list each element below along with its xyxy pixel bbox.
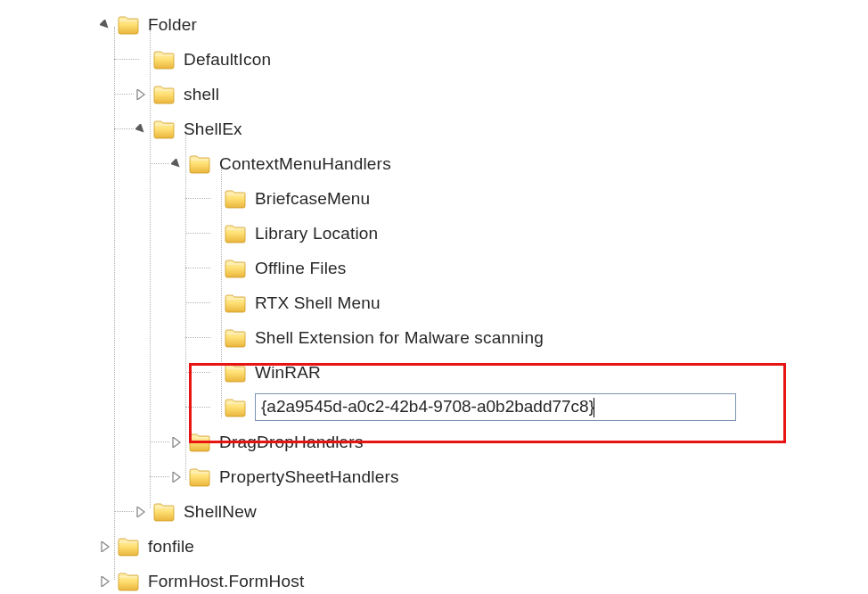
tree-item-contextmenuhandlers[interactable]: ContextMenuHandlers [0,146,868,181]
expand-toggle-icon[interactable] [134,87,148,102]
tree-item-folder[interactable]: Folder [0,7,868,42]
tree-label: Shell Extension for Malware scanning [255,328,544,348]
folder-icon [189,467,210,487]
tree-item[interactable]: WinRAR [0,355,868,390]
tree-item-formhost[interactable]: FormHost.FormHost [0,564,868,594]
tree-item-shell[interactable]: shell [0,77,868,111]
folder-icon [189,433,210,452]
tree-label: Folder [148,15,197,35]
tree-label: fonfile [148,537,194,557]
tree-label: shell [184,85,219,104]
tree-label: ShellEx [184,120,242,139]
expand-toggle-icon[interactable] [98,574,112,589]
tree-item-defaulticon[interactable]: DefaultIcon [0,42,868,77]
expand-toggle-icon[interactable] [169,435,184,450]
folder-icon [153,50,175,70]
tree-item[interactable]: RTX Shell Menu [0,285,868,320]
folder-icon [225,398,246,417]
tree-label: BriefcaseMenu [255,189,370,209]
rename-input[interactable]: {a2a9545d-a0c2-42b4-9708-a0b2badd77c8} [255,393,736,421]
expand-toggle-icon[interactable] [134,122,148,136]
tree-item[interactable]: BriefcaseMenu [0,181,868,216]
tree-label: RTX Shell Menu [255,293,381,313]
folder-icon [225,363,246,383]
expand-toggle-icon[interactable] [98,18,112,32]
registry-tree: Folder DefaultIcon shell ShellEx Context… [0,0,868,594]
tree-item-new-key[interactable]: {a2a9545d-a0c2-42b4-9708-a0b2badd77c8} [0,390,868,425]
tree-label: FormHost.FormHost [148,572,304,591]
folder-icon [153,502,175,522]
tree-label: WinRAR [255,363,321,383]
folder-icon [153,85,175,104]
folder-icon [153,120,175,139]
expand-toggle-icon[interactable] [169,157,184,171]
expand-toggle-icon[interactable] [134,505,148,519]
tree-label: Offline Files [255,259,347,278]
expand-toggle-icon[interactable] [169,470,184,484]
tree-label: Library Location [255,224,378,243]
tree-label: DragDropHandlers [219,433,364,452]
tree-item-shellnew[interactable]: ShellNew [0,494,868,529]
folder-icon [189,154,210,174]
tree-label: ContextMenuHandlers [219,154,391,174]
tree-label: DefaultIcon [184,50,271,70]
tree-label: ShellNew [184,502,257,522]
folder-icon [118,572,139,591]
folder-icon [225,259,246,278]
tree-item-fonfile[interactable]: fonfile [0,529,868,564]
tree-item-propertysheethandlers[interactable]: PropertySheetHandlers [0,459,868,494]
tree-item[interactable]: Offline Files [0,251,868,285]
tree-item-shellex[interactable]: ShellEx [0,111,868,146]
expand-toggle-icon[interactable] [98,540,112,554]
folder-icon [225,328,246,348]
folder-icon [225,293,246,313]
tree-item[interactable]: Library Location [0,216,868,251]
tree-item[interactable]: Shell Extension for Malware scanning [0,320,868,355]
tree-item-dragdrophandlers[interactable]: DragDropHandlers [0,425,868,459]
folder-icon [225,189,246,209]
folder-icon [118,537,139,557]
folder-icon [118,15,139,35]
tree-label: PropertySheetHandlers [219,467,399,487]
folder-icon [225,224,246,243]
